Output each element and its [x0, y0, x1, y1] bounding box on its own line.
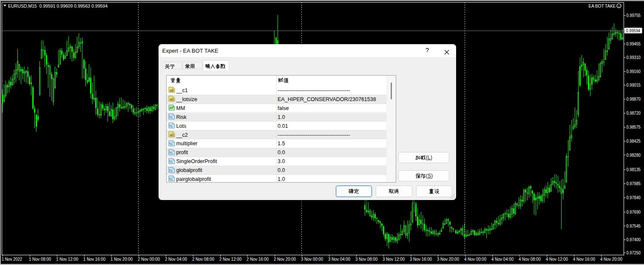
svg-text:2 Nov 08:00: 2 Nov 08:00 [192, 257, 214, 262]
svg-text:3 Nov 08:00: 3 Nov 08:00 [355, 257, 377, 262]
svg-text:3 Nov 00:00: 3 Nov 00:00 [301, 257, 323, 262]
svg-text:2 Nov 00:00: 2 Nov 00:00 [138, 257, 160, 262]
svg-text:0.99594: 0.99594 [626, 28, 641, 33]
svg-text:0.97250: 0.97250 [627, 250, 641, 255]
svg-text:0.98720: 0.98720 [627, 110, 641, 116]
svg-text:3 Nov 20:00: 3 Nov 20:00 [437, 257, 459, 262]
svg-text:0.97690: 0.97690 [627, 209, 641, 214]
svg-text:0.99310: 0.99310 [627, 55, 641, 60]
svg-text:1 Nov 2022: 1 Nov 2022 [2, 257, 22, 262]
svg-text:2 Nov 16:00: 2 Nov 16:00 [247, 257, 269, 262]
svg-text:0.98870: 0.98870 [627, 96, 641, 101]
svg-text:0.97840: 0.97840 [627, 195, 641, 200]
svg-text:0.99160: 0.99160 [627, 69, 641, 74]
svg-text:3 Nov 16:00: 3 Nov 16:00 [410, 257, 432, 262]
svg-text:4 Nov 12:00: 4 Nov 12:00 [546, 257, 568, 262]
svg-text:0.97985: 0.97985 [627, 181, 641, 186]
svg-text:3 Nov 04:00: 3 Nov 04:00 [328, 257, 350, 262]
svg-text:0.99755: 0.99755 [627, 13, 641, 18]
svg-text:2 Nov 20:00: 2 Nov 20:00 [274, 257, 296, 262]
svg-text:0.99015: 0.99015 [627, 82, 641, 87]
svg-text:0.97400: 0.97400 [627, 237, 641, 242]
svg-text:4 Nov 20:00: 4 Nov 20:00 [600, 257, 622, 262]
svg-text:0.98280: 0.98280 [627, 152, 641, 158]
svg-text:2 Nov 04:00: 2 Nov 04:00 [165, 257, 187, 262]
svg-text:2 Nov 12:00: 2 Nov 12:00 [219, 257, 241, 262]
svg-text:EURUSD,M15 0.99591 0.99609 0.: EURUSD,M15 0.99591 0.99609 0.99563 0.995… [8, 3, 108, 8]
svg-text:3 Nov 12:00: 3 Nov 12:00 [383, 257, 405, 262]
svg-text:1 Nov 12:00: 1 Nov 12:00 [56, 257, 78, 262]
svg-text:4 Nov 16:00: 4 Nov 16:00 [573, 257, 595, 262]
svg-text:EA BOT TAKE: EA BOT TAKE [589, 3, 616, 8]
svg-text:1 Nov 20:00: 1 Nov 20:00 [111, 257, 133, 262]
svg-text:0.99455: 0.99455 [627, 41, 641, 46]
svg-text:0.98135: 0.98135 [627, 167, 641, 172]
svg-text:4 Nov 00:00: 4 Nov 00:00 [464, 257, 486, 262]
svg-text:0.98575: 0.98575 [627, 124, 641, 130]
svg-text:0.98425: 0.98425 [627, 138, 641, 144]
svg-text:1 Nov 16:00: 1 Nov 16:00 [83, 257, 105, 262]
svg-text:1 Nov 08:00: 1 Nov 08:00 [29, 257, 51, 262]
svg-text:4 Nov 04:00: 4 Nov 04:00 [491, 257, 513, 262]
svg-text:4 Nov 08:00: 4 Nov 08:00 [519, 257, 541, 262]
svg-text:0.97545: 0.97545 [627, 223, 641, 228]
